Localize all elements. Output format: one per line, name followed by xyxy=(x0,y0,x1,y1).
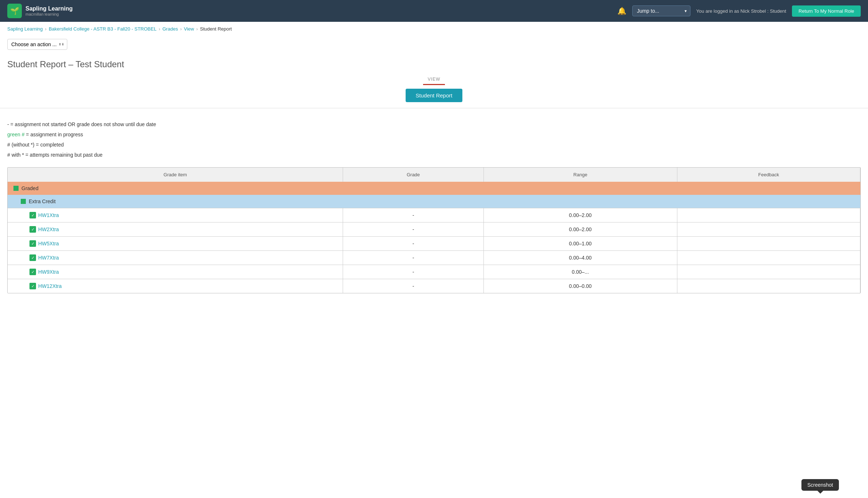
item-label: HW12Xtra xyxy=(38,283,62,289)
item-name-cell: ✓ HW7Xtra xyxy=(8,251,343,265)
student-report-tab[interactable]: Student Report xyxy=(406,89,463,102)
subcategory-extra-credit-label: Extra Credit xyxy=(21,198,855,204)
legend-line-2-suffix: = assignment in progress xyxy=(24,132,83,137)
breadcrumb-sep-3: › xyxy=(180,26,182,32)
item-label: HW5Xtra xyxy=(38,241,59,246)
category-graded-cell: Graded xyxy=(8,182,860,195)
table-row: ✓ HW12Xtra - 0.00–0.00 xyxy=(8,279,860,293)
extra-credit-label-text: Extra Credit xyxy=(29,198,56,204)
item-link-hw1xtra[interactable]: ✓ HW1Xtra xyxy=(29,212,337,218)
item-feedback-cell xyxy=(677,265,860,279)
item-label: HW2Xtra xyxy=(38,226,59,232)
col-grade: Grade xyxy=(343,168,483,182)
table-row: ✓ HW7Xtra - 0.00–4.00 xyxy=(8,251,860,265)
grade-table: Grade item Grade Range Feedback Graded xyxy=(8,168,860,293)
item-label: HW7Xtra xyxy=(38,255,59,261)
legend-line-3: # (without *) = completed xyxy=(7,140,861,150)
item-range-cell: 0.00–2.00 xyxy=(483,222,677,237)
return-to-normal-role-button[interactable]: Return To My Normal Role xyxy=(792,5,861,17)
item-link-hw7xtra[interactable]: ✓ HW7Xtra xyxy=(29,254,337,261)
jump-dropdown-wrapper: Jump to... xyxy=(632,5,690,16)
col-feedback: Feedback xyxy=(677,168,860,182)
item-name-cell: ✓ HW2Xtra xyxy=(8,222,343,237)
breadcrumb-view[interactable]: View xyxy=(184,26,194,32)
item-range-cell: 0.00–4.00 xyxy=(483,251,677,265)
legend: - = assignment not started OR grade does… xyxy=(0,116,868,167)
col-range: Range xyxy=(483,168,677,182)
item-link-hw12xtra[interactable]: ✓ HW12Xtra xyxy=(29,283,337,289)
item-feedback-cell xyxy=(677,279,860,293)
logo-icon: 🌱 xyxy=(7,4,22,18)
item-link-hw9xtra[interactable]: ✓ HW9Xtra xyxy=(29,269,337,275)
action-bar: Choose an action ... xyxy=(0,36,868,56)
category-graded-label: Graded xyxy=(13,185,855,191)
legend-line-4: # with * = attempts remaining but past d… xyxy=(7,150,861,160)
item-name-cell: ✓ HW5Xtra xyxy=(8,237,343,251)
item-range-cell: 0.00–... xyxy=(483,265,677,279)
logo-area: 🌱 Sapling Learning macmillan learning xyxy=(7,4,73,18)
bell-icon[interactable]: 🔔 xyxy=(617,7,626,15)
table-row: ✓ HW5Xtra - 0.00–1.00 xyxy=(8,237,860,251)
breadcrumb-sep-4: › xyxy=(196,26,198,32)
tab-underline xyxy=(423,84,445,85)
subcategory-extra-credit-cell: Extra Credit xyxy=(8,195,860,208)
item-name-cell: ✓ HW9Xtra xyxy=(8,265,343,279)
legend-line-2: green # = assignment in progress xyxy=(7,129,861,140)
item-label: HW9Xtra xyxy=(38,269,59,275)
legend-line-1: - = assignment not started OR grade does… xyxy=(7,119,861,129)
breadcrumb: Sapling Learning › Bakersfield College -… xyxy=(0,22,868,36)
check-icon: ✓ xyxy=(29,283,36,289)
item-name-cell: ✓ HW1Xtra xyxy=(8,208,343,222)
col-grade-item: Grade item xyxy=(8,168,343,182)
action-dropdown[interactable]: Choose an action ... xyxy=(7,39,67,50)
item-label: HW1Xtra xyxy=(38,212,59,218)
item-range-cell: 0.00–2.00 xyxy=(483,208,677,222)
check-icon: ✓ xyxy=(29,254,36,261)
item-feedback-cell xyxy=(677,208,860,222)
item-grade-cell: - xyxy=(343,251,483,265)
logo-main: Sapling Learning xyxy=(25,5,73,12)
page-title-sep: – xyxy=(68,59,76,69)
item-grade-cell: - xyxy=(343,208,483,222)
table-row: ✓ HW1Xtra - 0.00–2.00 xyxy=(8,208,860,222)
page-title-student: Test Student xyxy=(76,59,124,69)
item-feedback-cell xyxy=(677,222,860,237)
main-header: 🌱 Sapling Learning macmillan learning 🔔 … xyxy=(0,0,868,22)
page-title: Student Report – Test Student xyxy=(0,56,868,77)
item-grade-cell: - xyxy=(343,222,483,237)
breadcrumb-sep-2: › xyxy=(159,26,160,32)
item-feedback-cell xyxy=(677,251,860,265)
logo-text: Sapling Learning macmillan learning xyxy=(25,5,73,16)
table-row: ✓ HW9Xtra - 0.00–... xyxy=(8,265,860,279)
item-name-cell: ✓ HW12Xtra xyxy=(8,279,343,293)
category-row-graded: Graded xyxy=(8,182,860,195)
jump-dropdown[interactable]: Jump to... xyxy=(632,5,690,16)
check-icon: ✓ xyxy=(29,240,36,247)
table-row: ✓ HW2Xtra - 0.00–2.00 xyxy=(8,222,860,237)
page-title-main: Student Report xyxy=(7,59,66,69)
view-label: VIEW xyxy=(0,77,868,82)
item-link-hw5xtra[interactable]: ✓ HW5Xtra xyxy=(29,240,337,247)
grade-table-container: Grade item Grade Range Feedback Graded xyxy=(7,167,861,293)
item-grade-cell: - xyxy=(343,237,483,251)
breadcrumb-current: Student Report xyxy=(200,26,232,32)
breadcrumb-course[interactable]: Bakersfield College - ASTR B3 - Fall20 -… xyxy=(49,26,156,32)
breadcrumb-grades[interactable]: Grades xyxy=(163,26,178,32)
item-link-hw2xtra[interactable]: ✓ HW2Xtra xyxy=(29,226,337,233)
legend-green-text: green # xyxy=(7,132,24,137)
logged-in-text: You are logged in as Nick Strobel : Stud… xyxy=(696,8,786,14)
check-icon: ✓ xyxy=(29,226,36,233)
table-body: Graded Extra Credit ✓ HW1Xtra xyxy=(8,182,860,293)
item-feedback-cell xyxy=(677,237,860,251)
item-grade-cell: - xyxy=(343,279,483,293)
tab-section: VIEW Student Report xyxy=(0,77,868,108)
item-range-cell: 0.00–0.00 xyxy=(483,279,677,293)
graded-color-indicator xyxy=(13,186,19,191)
logo-sub: macmillan learning xyxy=(25,12,73,16)
header-right: 🔔 Jump to... You are logged in as Nick S… xyxy=(617,5,861,17)
action-wrapper: Choose an action ... xyxy=(7,39,67,50)
breadcrumb-sapling[interactable]: Sapling Learning xyxy=(7,26,43,32)
graded-label-text: Graded xyxy=(21,185,39,191)
item-grade-cell: - xyxy=(343,265,483,279)
table-header: Grade item Grade Range Feedback xyxy=(8,168,860,182)
